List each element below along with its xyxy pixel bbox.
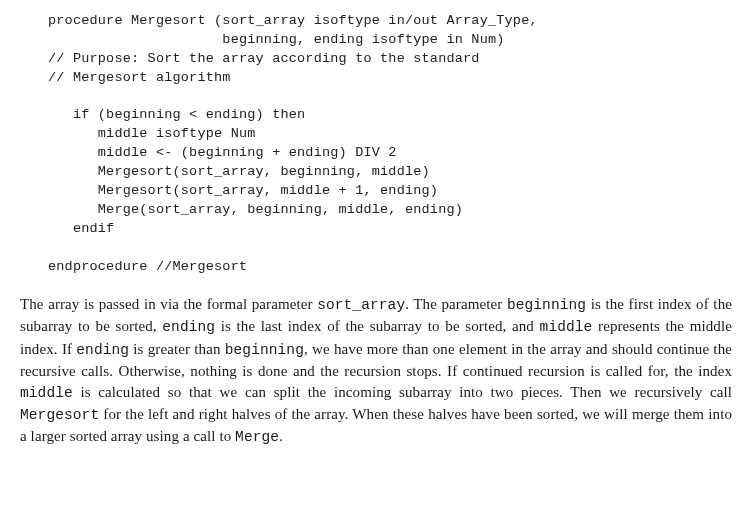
inline-code: beginning: [225, 342, 304, 358]
code-line: endif: [48, 221, 114, 236]
prose-text: . The parameter: [405, 296, 507, 312]
code-line: beginning, ending isoftype in Num): [48, 32, 505, 47]
prose-text: is the last index of the subarray to be …: [215, 318, 539, 334]
code-line: endprocedure //Mergesort: [48, 259, 247, 274]
prose-text: .: [279, 428, 283, 444]
code-line: procedure Mergesort (sort_array isoftype…: [48, 13, 538, 28]
inline-code: ending: [76, 342, 129, 358]
prose-text: is greater than: [129, 341, 225, 357]
code-block: procedure Mergesort (sort_array isoftype…: [48, 12, 732, 276]
inline-code: Mergesort: [20, 407, 99, 423]
inline-code: middle: [20, 385, 73, 401]
prose-text: is calculated so that we can split the i…: [73, 384, 732, 400]
inline-code: Merge: [235, 429, 279, 445]
prose-text: for the left and right halves of the arr…: [20, 406, 732, 444]
code-line: Merge(sort_array, beginning, middle, end…: [48, 202, 463, 217]
inline-code: ending: [162, 319, 215, 335]
code-line: middle <- (beginning + ending) DIV 2: [48, 145, 397, 160]
code-line: Mergesort(sort_array, middle + 1, ending…: [48, 183, 438, 198]
code-line: // Purpose: Sort the array according to …: [48, 51, 480, 66]
explanation-paragraph: The array is passed in via the formal pa…: [20, 294, 732, 448]
prose-text: The array is passed in via the formal pa…: [20, 296, 317, 312]
code-line: // Mergesort algorithm: [48, 70, 231, 85]
code-line: middle isoftype Num: [48, 126, 256, 141]
inline-code: sort_array: [317, 297, 405, 313]
code-line: Mergesort(sort_array, beginning, middle): [48, 164, 430, 179]
inline-code: middle: [540, 319, 593, 335]
inline-code: beginning: [507, 297, 586, 313]
code-line: if (beginning < ending) then: [48, 107, 305, 122]
